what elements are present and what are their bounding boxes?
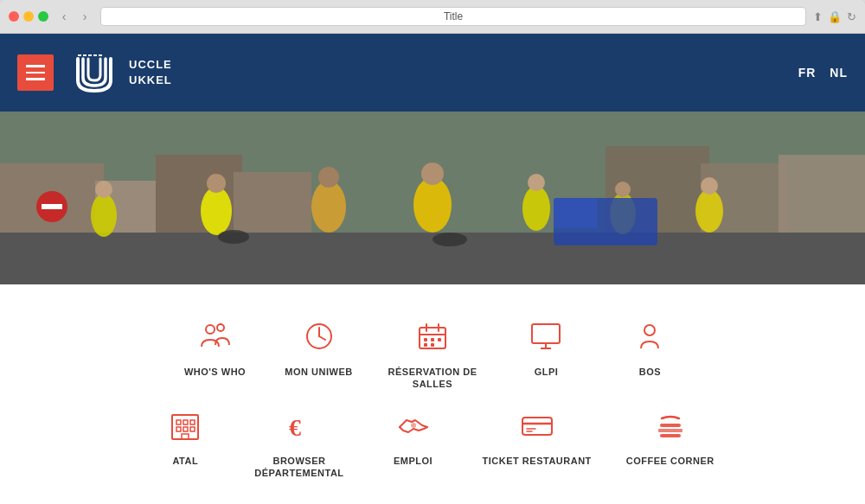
svg-rect-67 — [658, 429, 682, 432]
svg-point-20 — [318, 167, 339, 188]
header-left: UCCLE UKKEL — [17, 49, 172, 97]
qa-glpi[interactable]: GLPI — [494, 310, 598, 399]
svg-rect-0 — [78, 54, 81, 56]
site-header: UCCLE UKKEL FR NL — [0, 34, 865, 112]
svg-point-22 — [421, 163, 444, 185]
svg-point-25 — [528, 174, 545, 191]
burger-icon — [653, 408, 688, 448]
svg-rect-47 — [431, 343, 434, 347]
euro-icon: € — [282, 408, 317, 448]
quick-access: WHO'S WHO MON UNIWEB — [0, 284, 865, 504]
qa-atal[interactable]: ATAL — [133, 399, 237, 488]
svg-rect-1 — [83, 54, 86, 56]
svg-point-61 — [411, 423, 416, 428]
atal-label: ATAL — [172, 455, 198, 467]
monitor-icon — [529, 319, 563, 359]
svg-rect-3 — [93, 54, 97, 56]
svg-rect-57 — [183, 427, 188, 431]
browser-chrome: ‹ › Title ⬆ 🔒 ↻ — [0, 0, 865, 34]
close-button[interactable] — [9, 11, 19, 22]
svg-rect-13 — [0, 233, 865, 284]
emploi-label: EMPLOI — [394, 455, 432, 467]
svg-rect-56 — [176, 427, 181, 431]
qa-coffee-corner[interactable]: COFFEE CORNER — [609, 399, 732, 488]
back-button[interactable]: ‹ — [55, 8, 73, 25]
bos-label: BOS — [639, 366, 661, 378]
mon-uniweb-label: MON UNIWEB — [285, 366, 352, 378]
svg-rect-43 — [424, 338, 427, 341]
lock-icon[interactable]: 🔒 — [828, 10, 842, 23]
lang-fr[interactable]: FR — [798, 66, 817, 80]
qa-browser-departemental[interactable]: € BROWSER DÉPARTEMENTAL — [237, 399, 361, 488]
svg-point-35 — [217, 324, 224, 331]
svg-rect-53 — [176, 420, 181, 424]
svg-rect-62 — [522, 418, 552, 435]
hamburger-line — [26, 78, 45, 80]
clock-icon — [302, 319, 336, 359]
svg-rect-48 — [532, 324, 560, 343]
ticket-restaurant-label: TICKET RESTAURANT — [483, 455, 592, 467]
svg-rect-33 — [554, 198, 597, 228]
reservation-salles-label: RÉSERVATION DE SALLES — [388, 366, 477, 391]
svg-point-23 — [432, 233, 467, 246]
refresh-icon[interactable]: ↻ — [847, 10, 856, 23]
qa-emploi[interactable]: EMPLOI — [362, 399, 465, 488]
svg-text:€: € — [289, 414, 301, 441]
lang-nl[interactable]: NL — [830, 66, 848, 80]
handshake-icon — [396, 408, 431, 448]
quick-row-1: WHO'S WHO MON UNIWEB — [17, 310, 848, 399]
svg-point-16 — [201, 187, 232, 235]
svg-rect-45 — [438, 338, 441, 341]
hero-image — [0, 112, 865, 284]
svg-rect-31 — [42, 204, 62, 209]
svg-rect-58 — [190, 427, 195, 431]
people-icon — [198, 319, 233, 359]
svg-rect-54 — [183, 420, 188, 424]
logo-text: UCCLE UKKEL — [129, 57, 172, 88]
svg-rect-44 — [431, 338, 434, 341]
logo-icon — [71, 49, 119, 97]
quick-row-2: ATAL € BROWSER DÉPARTEMENTAL — [17, 399, 848, 488]
logo-container[interactable]: UCCLE UKKEL — [71, 49, 172, 97]
svg-point-28 — [695, 189, 723, 233]
qa-whos-who[interactable]: WHO'S WHO — [163, 310, 267, 399]
browser-nav: ‹ › — [55, 8, 93, 25]
hero-scene — [0, 112, 865, 284]
svg-point-51 — [644, 325, 655, 335]
calendar-icon — [415, 319, 450, 359]
coffee-corner-label: COFFEE CORNER — [626, 455, 714, 467]
svg-line-38 — [319, 336, 325, 340]
qa-reservation-salles[interactable]: RÉSERVATION DE SALLES — [371, 310, 495, 399]
lang-switcher: FR NL — [798, 66, 848, 80]
browser-departemental-label: BROWSER DÉPARTEMENTAL — [254, 455, 343, 480]
address-bar[interactable]: Title — [100, 7, 806, 26]
svg-point-34 — [206, 325, 215, 334]
svg-point-19 — [311, 181, 346, 233]
svg-rect-55 — [190, 420, 195, 424]
svg-rect-4 — [99, 54, 102, 56]
svg-point-15 — [95, 181, 112, 198]
traffic-lights — [9, 11, 48, 22]
svg-point-27 — [615, 182, 631, 197]
menu-button[interactable] — [17, 54, 54, 91]
browser-window: ‹ › Title ⬆ 🔒 ↻ — [0, 0, 865, 504]
maximize-button[interactable] — [38, 11, 48, 22]
forward-button[interactable]: › — [76, 8, 93, 25]
svg-point-17 — [207, 174, 226, 193]
qa-mon-uniweb[interactable]: MON UNIWEB — [267, 310, 371, 399]
svg-point-29 — [701, 177, 718, 195]
svg-point-24 — [522, 186, 550, 231]
svg-point-18 — [218, 230, 249, 244]
card-icon — [520, 408, 554, 448]
building-icon — [168, 408, 202, 448]
svg-point-21 — [413, 177, 452, 233]
minimize-button[interactable] — [23, 11, 34, 22]
share-icon[interactable]: ⬆ — [813, 10, 823, 23]
qa-bos[interactable]: BOS — [598, 310, 702, 399]
whos-who-label: WHO'S WHO — [184, 366, 246, 378]
svg-rect-46 — [424, 343, 427, 347]
svg-point-14 — [91, 194, 117, 237]
site-content: UCCLE UKKEL FR NL — [0, 34, 865, 504]
svg-rect-68 — [660, 434, 681, 437]
qa-ticket-restaurant[interactable]: TICKET RESTAURANT — [465, 399, 609, 488]
